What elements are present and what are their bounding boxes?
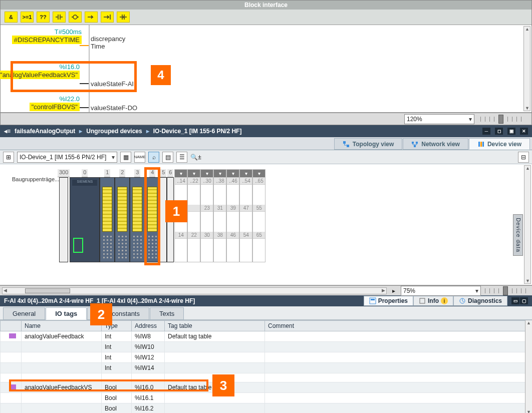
- window-btn[interactable]: ◻: [495, 128, 503, 135]
- svg-rect-10: [370, 298, 376, 304]
- device-nav-btn[interactable]: ⊞: [3, 152, 14, 163]
- tab-properties[interactable]: Properties: [364, 296, 413, 306]
- logic-cmp-btn[interactable]: ??: [37, 12, 50, 23]
- cell-name[interactable]: [22, 363, 102, 373]
- cell-comment[interactable]: [265, 382, 532, 393]
- logic-and-btn[interactable]: &: [5, 12, 18, 23]
- cell-tagtable[interactable]: [165, 352, 265, 363]
- cell-name[interactable]: [22, 403, 102, 414]
- cell-type[interactable]: Int: [102, 352, 132, 363]
- logic-branch-btn[interactable]: [101, 12, 114, 23]
- tab-diagnostics[interactable]: Diagnostics: [453, 296, 507, 306]
- cell-comment[interactable]: [265, 363, 532, 373]
- slot-module-2[interactable]: [115, 177, 130, 262]
- slot-module-3[interactable]: [130, 177, 145, 262]
- tab-general[interactable]: General: [3, 307, 45, 320]
- maximize-btn[interactable]: ▣: [507, 128, 515, 135]
- cell-comment[interactable]: [265, 352, 532, 363]
- cell-name[interactable]: [22, 342, 102, 352]
- block-zoom-row: 120%: [1, 113, 531, 125]
- cell-address[interactable]: %I16.1: [132, 393, 165, 403]
- slot-head-module[interactable]: SIEMENS: [70, 177, 100, 262]
- slot-module-1[interactable]: [100, 177, 115, 262]
- cell-name[interactable]: [22, 393, 102, 403]
- cell-type[interactable]: Bool: [102, 403, 132, 414]
- device-data-side-tab[interactable]: Device data: [513, 214, 523, 256]
- device-vertical-scrollbar[interactable]: [524, 165, 531, 284]
- logic-open-btn[interactable]: [117, 12, 130, 23]
- logic-coil-btn[interactable]: [69, 12, 82, 23]
- toolbar-zoom-btn[interactable]: 🔍±: [190, 152, 201, 163]
- io-vertical-scrollbar[interactable]: [525, 320, 532, 413]
- diagram-vertical-scrollbar[interactable]: [523, 26, 530, 111]
- tab-network[interactable]: Network view: [403, 138, 468, 150]
- col-comment[interactable]: Comment: [265, 321, 532, 331]
- svg-rect-2: [343, 141, 346, 144]
- tab-properties-label: Properties: [378, 297, 408, 304]
- cell-address[interactable]: %I16.2: [132, 403, 165, 414]
- block-zoom-select[interactable]: 120%: [404, 114, 474, 124]
- tab-info[interactable]: Info i: [413, 296, 453, 306]
- cell-type[interactable]: Int: [102, 331, 132, 342]
- table-row[interactable]: Int%IW10: [1, 342, 532, 352]
- device-rack: 300 0SIEMENS 1 2 3 4 5 6 ▾..1414 ▾..2222…: [58, 169, 265, 262]
- col-tagtable[interactable]: Tag table: [165, 321, 265, 331]
- svg-rect-8: [480, 142, 482, 147]
- toolbar-grid-btn[interactable]: ▦: [120, 152, 131, 163]
- cell-type[interactable]: Int: [102, 363, 132, 373]
- svg-point-0: [73, 15, 77, 19]
- control-name[interactable]: "controlFBOVS": [30, 103, 80, 111]
- block-zoom-slider[interactable]: [480, 117, 525, 122]
- device-zoom-slider[interactable]: [485, 288, 530, 293]
- cell-type[interactable]: Bool: [102, 393, 132, 403]
- logic-contact-btn[interactable]: [53, 12, 66, 23]
- table-row[interactable]: Int%IW12: [1, 352, 532, 363]
- cell-tagtable[interactable]: [165, 342, 265, 352]
- col-icon[interactable]: [1, 321, 22, 331]
- breadcrumb-device[interactable]: IO-Device_1 [IM 155-6 PN/2 HF]: [153, 128, 242, 135]
- cell-comment[interactable]: [265, 342, 532, 352]
- tab-texts[interactable]: Texts: [150, 307, 184, 320]
- tab-topology[interactable]: Topology view: [334, 138, 402, 150]
- cell-name[interactable]: [22, 352, 102, 363]
- col-address[interactable]: Address: [132, 321, 165, 331]
- toolbar-list-btn[interactable]: ☰: [176, 152, 187, 163]
- tab-io-tags[interactable]: IO tags: [46, 307, 87, 320]
- logic-or-btn[interactable]: >=1: [21, 12, 34, 23]
- cell-comment[interactable]: [265, 393, 532, 403]
- cell-address[interactable]: %IW14: [132, 363, 165, 373]
- minimize-btn[interactable]: ─: [482, 128, 490, 135]
- table-row[interactable]: Int%IW14: [1, 363, 532, 373]
- cell-address[interactable]: %IW8: [132, 331, 165, 342]
- logic-move-btn[interactable]: [85, 12, 98, 23]
- table-row[interactable]: Bool%I16.2: [1, 403, 532, 414]
- cell-comment[interactable]: [265, 331, 532, 342]
- device-canvas[interactable]: Baugruppenträge... 300 0SIEMENS 1 2 3 4 …: [0, 164, 532, 285]
- cell-type[interactable]: Int: [102, 342, 132, 352]
- tab-device[interactable]: Device view: [469, 138, 530, 150]
- col-name[interactable]: Name: [22, 321, 102, 331]
- breadcrumb-group[interactable]: Ungrouped devices: [86, 128, 142, 135]
- lad-diagram-area[interactable]: T#500ms #DISCREPANCYTIME discrepancy Tim…: [1, 25, 531, 113]
- toolbar-zoom-area-btn[interactable]: ⌕: [148, 152, 159, 163]
- cell-name[interactable]: analogValueFeedback: [22, 331, 102, 342]
- toolbar-name-btn[interactable]: NAME: [134, 152, 145, 163]
- device-zoom-select[interactable]: 75%: [401, 286, 481, 296]
- cell-address[interactable]: %IW10: [132, 342, 165, 352]
- toolbar-last-btn[interactable]: ⊟: [518, 152, 529, 163]
- cell-tagtable[interactable]: [165, 363, 265, 373]
- cell-tagtable[interactable]: Default tag table: [165, 331, 265, 342]
- table-row[interactable]: Bool%I16.1: [1, 393, 532, 403]
- device-horizontal-scrollbar[interactable]: [2, 287, 387, 294]
- inspector-down-btn[interactable]: ▢: [520, 297, 528, 304]
- close-btn[interactable]: ✕: [520, 128, 528, 135]
- inspector-up-btn[interactable]: ▭: [511, 297, 519, 304]
- discrepancy-name[interactable]: #DISCREPANCYTIME: [12, 36, 82, 44]
- cell-address[interactable]: %IW12: [132, 352, 165, 363]
- device-selector[interactable]: IO-Device_1 [IM 155-6 PN/2 HF]: [17, 152, 117, 163]
- table-row[interactable]: analogValueFeedbackInt%IW8Default tag ta…: [1, 331, 532, 342]
- cell-comment[interactable]: [265, 403, 532, 414]
- cell-tagtable[interactable]: [165, 403, 265, 414]
- toolbar-grid2-btn[interactable]: ▤: [162, 152, 173, 163]
- breadcrumb-project[interactable]: failsafeAnalogOutput: [15, 128, 75, 135]
